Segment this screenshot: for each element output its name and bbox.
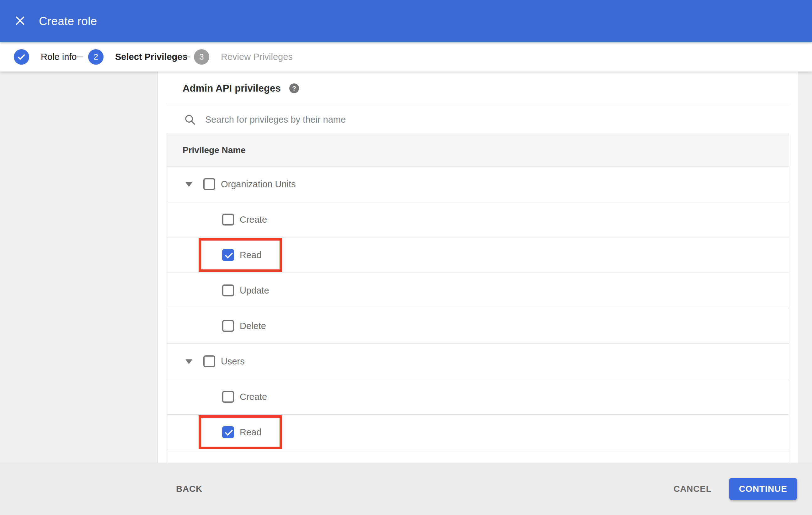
help-icon[interactable]: ? xyxy=(289,84,299,93)
row-label: Read xyxy=(240,250,261,260)
privileges-table: Privilege Name Organization Units Create… xyxy=(167,133,789,463)
step-review-privileges[interactable]: 3 Review Privileges xyxy=(194,42,293,71)
table-row-partial xyxy=(167,450,789,463)
close-icon[interactable] xyxy=(14,14,26,27)
checkbox-ou-read-checked[interactable] xyxy=(222,249,234,261)
checkbox-organization-units[interactable] xyxy=(203,178,215,190)
page-title: Create role xyxy=(39,15,97,28)
step-label: Select Privileges xyxy=(115,52,187,62)
checkbox-ou-create[interactable] xyxy=(222,214,234,225)
table-row-users-create[interactable]: Create xyxy=(167,379,789,415)
table-header: Privilege Name xyxy=(167,134,789,166)
continue-button[interactable]: CONTINUE xyxy=(729,478,797,500)
app-bar: Create role xyxy=(0,0,812,42)
row-label: Users xyxy=(221,356,245,367)
row-label: Organization Units xyxy=(221,179,296,189)
step-select-privileges[interactable]: 2 Select Privileges xyxy=(88,42,187,71)
row-label: Update xyxy=(240,285,269,296)
checkbox-ou-delete[interactable] xyxy=(222,320,234,332)
column-header-privilege-name: Privilege Name xyxy=(183,145,246,155)
panel-heading-row: Admin API privileges ? xyxy=(167,71,789,105)
step-1-completed-badge xyxy=(14,49,29,65)
collapse-triangle-icon[interactable] xyxy=(185,182,192,187)
table-row-ou-update[interactable]: Update xyxy=(167,273,789,308)
footer-bar: BACK CANCEL CONTINUE xyxy=(0,463,812,515)
step-label: Review Privileges xyxy=(221,52,293,62)
step-connector xyxy=(182,57,190,57)
step-3-badge: 3 xyxy=(194,49,209,65)
collapse-triangle-icon[interactable] xyxy=(185,359,192,364)
step-label: Role info xyxy=(41,52,77,62)
stepper-bar: Role info 2 Select Privileges 3 Review P… xyxy=(0,42,812,71)
step-connector xyxy=(76,57,83,57)
search-input[interactable] xyxy=(205,115,676,125)
step-role-info[interactable]: Role info xyxy=(14,42,77,71)
table-row-organization-units[interactable]: Organization Units xyxy=(167,166,789,202)
row-label: Create xyxy=(240,392,267,402)
checkbox-users-read-checked[interactable] xyxy=(222,426,234,438)
cancel-button[interactable]: CANCEL xyxy=(674,484,712,494)
table-row-users[interactable]: Users xyxy=(167,344,789,379)
row-label: Read xyxy=(240,427,261,437)
table-row-ou-create[interactable]: Create xyxy=(167,202,789,237)
table-row-ou-delete[interactable]: Delete xyxy=(167,308,789,344)
row-label: Create xyxy=(240,215,267,225)
back-button[interactable]: BACK xyxy=(176,484,202,494)
checkbox-ou-update[interactable] xyxy=(222,284,234,296)
table-row-users-read[interactable]: Read xyxy=(167,415,789,450)
row-label: Delete xyxy=(240,321,266,331)
search-icon xyxy=(184,114,196,125)
step-2-badge: 2 xyxy=(88,49,104,65)
search-row xyxy=(167,105,789,133)
checkbox-users-create[interactable] xyxy=(222,391,234,403)
table-row-ou-read[interactable]: Read xyxy=(167,237,789,273)
checkbox-users[interactable] xyxy=(203,355,215,367)
panel-heading: Admin API privileges xyxy=(183,83,281,94)
privileges-panel: Admin API privileges ? Privilege Name Or… xyxy=(157,71,798,463)
check-icon xyxy=(18,53,25,60)
footer-actions: CANCEL CONTINUE xyxy=(674,463,797,515)
